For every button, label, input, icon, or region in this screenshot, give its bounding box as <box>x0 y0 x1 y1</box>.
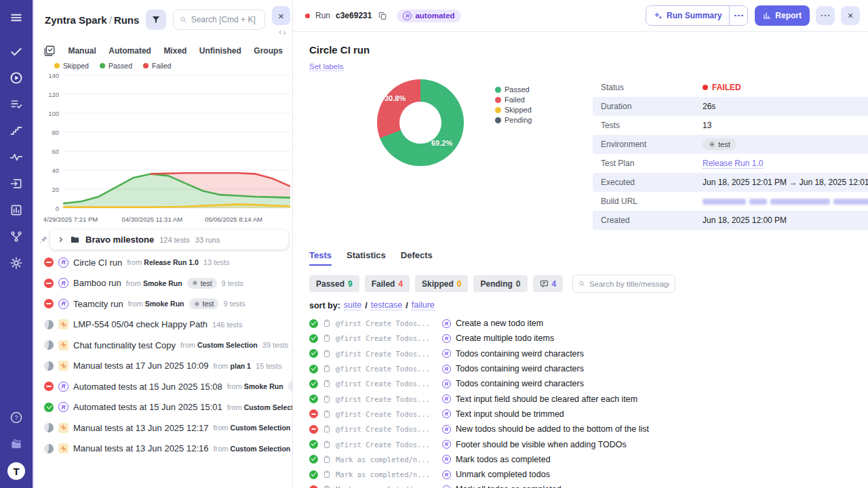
run-row[interactable]: R Manual tests at 13 Jun 2025 12:16 from… <box>39 439 292 460</box>
svg-text:60: 60 <box>52 148 59 155</box>
test-filters: Passed9Failed4Skipped0Pending0 4 <box>309 274 852 293</box>
automated-run-icon: R <box>442 409 451 418</box>
test-row[interactable]: @first Create Todos... R Text input shou… <box>309 407 852 422</box>
svg-text:40: 40 <box>52 167 59 174</box>
report-button[interactable]: Report <box>755 5 810 26</box>
run-status-icon <box>44 403 54 412</box>
test-row[interactable]: @first Create Todos... R Footer should b… <box>309 436 852 451</box>
test-row[interactable]: @first Create Todos... R Text input fiel… <box>309 391 852 406</box>
run-row[interactable]: R Automated tests at 15 Jun 2025 15:08 f… <box>39 376 292 397</box>
app-logo[interactable]: T <box>7 462 25 480</box>
filter-pill[interactable]: Pending0 <box>473 275 527 292</box>
legend-item: Passed <box>100 62 132 70</box>
pin-icon[interactable] <box>39 235 48 244</box>
test-row[interactable]: Mark as completed/n... R Mark all todos … <box>309 482 852 488</box>
svg-text:4/29/2025 7:21 PM: 4/29/2025 7:21 PM <box>43 216 98 223</box>
run-detail-tab[interactable]: Tests <box>309 250 332 266</box>
run-name: Automated tests at 15 Jun 2025 15:01 <box>73 402 222 412</box>
test-row[interactable]: @first Create Todos... R Todos containin… <box>309 361 852 376</box>
test-row[interactable]: @first Create Todos... R Create multiple… <box>309 331 852 346</box>
analytics-icon[interactable] <box>8 202 24 218</box>
environment-badge: test <box>703 138 736 150</box>
steps-icon[interactable] <box>8 123 24 139</box>
group-row[interactable]: Bravo milestone 124 tests 33 runs <box>50 230 288 249</box>
runs-tab[interactable]: Unfinished <box>199 46 241 56</box>
sort-by-testcase[interactable]: testcase <box>371 300 403 310</box>
group-row-wrap: Bravo milestone 124 tests 33 runs <box>39 230 288 249</box>
runs-tab[interactable]: Mixed <box>163 46 186 56</box>
comments-pill[interactable]: 4 <box>533 275 564 292</box>
breadcrumb-project[interactable]: Zyntra Spark <box>45 14 107 26</box>
help-icon[interactable]: ? <box>8 409 24 426</box>
set-labels-link[interactable]: Set labels <box>309 62 344 71</box>
runs-tab[interactable]: Automated <box>108 46 151 56</box>
pulse-icon[interactable] <box>8 149 24 165</box>
tests-list: @first Create Todos... R Create a new to… <box>309 316 852 488</box>
search-icon <box>180 16 186 24</box>
run-row[interactable]: R Manual tests at 13 Jun 2025 12:17 from… <box>39 418 292 439</box>
test-row[interactable]: Mark as completed/n... R Unmark complete… <box>309 467 852 482</box>
runs-tab[interactable]: Manual <box>68 46 96 56</box>
filter-button[interactable] <box>146 9 166 30</box>
filter-pill[interactable]: Passed9 <box>309 275 359 292</box>
check-icon[interactable] <box>8 43 24 60</box>
sort-by-suite[interactable]: suite <box>344 300 361 310</box>
play-circle-icon[interactable] <box>8 70 24 86</box>
import-icon[interactable] <box>8 176 24 192</box>
run-row[interactable]: R Teamcity run from Smoke Run test 9 tes… <box>39 293 292 314</box>
chevron-right-icon[interactable] <box>57 236 64 243</box>
runs-tab[interactable]: Groups <box>254 46 283 56</box>
run-row[interactable]: R Circle CI run from Release Run 1.0 13 … <box>39 252 292 273</box>
test-title: Text input should be trimmed <box>456 409 564 419</box>
sort-label: sort by: <box>309 301 340 310</box>
clipboard-icon <box>323 441 331 449</box>
run-row[interactable]: R Chat functinality test Copy from Custo… <box>39 335 292 356</box>
copy-run-id-button[interactable] <box>377 10 389 22</box>
automated-run-icon: R <box>442 349 451 358</box>
run-summary-button[interactable]: Run Summary <box>646 6 729 25</box>
runs-search-input[interactable] <box>191 15 258 24</box>
projects-icon[interactable] <box>8 436 24 452</box>
filter-pill[interactable]: Skipped0 <box>415 275 468 292</box>
close-run-button[interactable]: × <box>841 6 860 25</box>
filter-pill[interactable]: Failed4 <box>365 275 410 292</box>
manual-run-icon <box>58 340 68 350</box>
sort-by-failure[interactable]: failure <box>412 300 435 310</box>
run-detail-tab[interactable]: Statistics <box>347 250 386 266</box>
run-row[interactable]: R Manual tests at 17 Jun 2025 10:09 from… <box>39 356 292 377</box>
list-check-icon[interactable] <box>8 96 24 113</box>
test-status-icon <box>309 485 318 488</box>
test-plan-link[interactable]: Release Run 1.0 <box>703 159 763 169</box>
test-status-icon <box>309 425 318 434</box>
test-row[interactable]: @first Create Todos... R Todos containin… <box>309 376 852 391</box>
gear-icon[interactable] <box>8 255 24 271</box>
funnel-icon <box>151 15 161 24</box>
run-title: Circle CI run <box>309 44 852 56</box>
breadcrumb-page: Runs <box>114 14 140 26</box>
resize-handle-icon[interactable] <box>279 26 286 38</box>
run-detail-tab[interactable]: Defects <box>401 250 433 266</box>
legend-dot <box>495 97 501 103</box>
run-type-icon: R <box>58 299 68 309</box>
test-row[interactable]: @first Create Todos... R New todos shoul… <box>309 422 852 436</box>
close-panel-button[interactable]: × <box>272 6 290 25</box>
test-suite: @first Create Todos... <box>336 350 437 358</box>
run-row[interactable]: R Bamboo run from Smoke Run test 9 tests <box>39 273 292 294</box>
run-summary-more-button[interactable] <box>729 6 747 25</box>
test-row[interactable]: Mark as completed/n... R Mark todos as c… <box>309 452 852 467</box>
select-all-icon[interactable] <box>43 45 56 57</box>
menu-icon[interactable] <box>8 9 24 26</box>
test-row[interactable]: @first Create Todos... R Todos containin… <box>309 346 852 361</box>
test-suite: @first Create Todos... <box>336 319 437 327</box>
branches-icon[interactable] <box>8 228 24 245</box>
more-actions-button[interactable] <box>816 6 835 25</box>
tests-search-input[interactable] <box>589 280 669 288</box>
detail-label: Environment <box>601 140 703 149</box>
donut-legend: PassedFailedSkippedPending <box>495 77 532 166</box>
group-name: Bravo milestone <box>85 235 154 245</box>
test-row[interactable]: @first Create Todos... R Create a new to… <box>309 316 852 331</box>
run-detail-panel: Run c3e69231 Rautomated Run Summary Repo… <box>293 0 868 488</box>
run-row[interactable]: R Automated tests at 15 Jun 2025 15:01 f… <box>39 397 292 418</box>
legend-item: Failed <box>143 62 172 70</box>
run-row[interactable]: R LMP-554 05/04 check Happy Path 146 tes… <box>39 314 292 336</box>
